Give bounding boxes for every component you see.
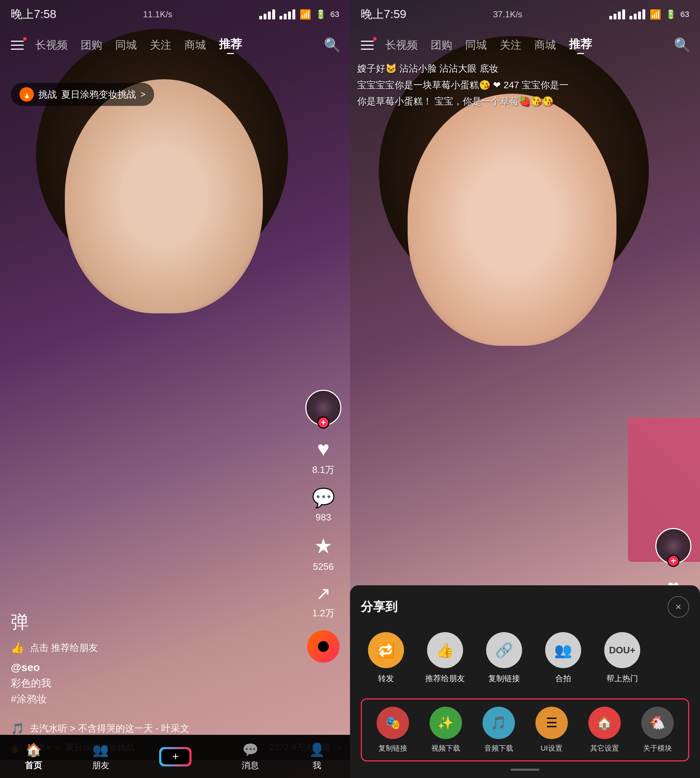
right-status-bar: 晚上7:59 37.1K/s 📶 🔋 63 xyxy=(350,0,700,29)
battery-icon: 🔋 xyxy=(315,9,326,20)
copy-link-icon-circle: 🔗 xyxy=(486,632,522,668)
left-face xyxy=(65,79,263,313)
chat-line-2: 宝宝宝宝你是一块草莓小蛋糕😘 ❤ 247 宝宝你是一 xyxy=(357,78,693,93)
module-about[interactable]: 🐔 关于模块 xyxy=(634,707,681,753)
menu-line-2 xyxy=(11,45,24,46)
share-hot[interactable]: DOU+ 帮上热门 xyxy=(597,632,647,684)
right-nav-local[interactable]: 同城 xyxy=(459,38,493,53)
signal-icon xyxy=(259,9,275,20)
nav-group-buy[interactable]: 团购 xyxy=(74,38,109,53)
right-nav-follow[interactable]: 关注 xyxy=(493,38,528,53)
recommend-friend-label: 推荐给朋友 xyxy=(425,673,465,684)
nav-follow[interactable]: 关注 xyxy=(143,38,178,53)
share-repost[interactable]: 🔁 转发 xyxy=(361,632,411,684)
module-ui-settings-icon: ☰ xyxy=(535,707,568,739)
right-nav-long-video[interactable]: 长视频 xyxy=(379,38,424,53)
challenge-badge[interactable]: 🔥 挑战 夏日涂鸦变妆挑战 > xyxy=(11,83,154,106)
nav-recommend[interactable]: 推荐 xyxy=(212,37,248,54)
right-nav-group-buy[interactable]: 团购 xyxy=(424,38,459,53)
share-copy-link[interactable]: 🔗 复制链接 xyxy=(479,632,529,684)
module-row: 🎭 复制链接 ✨ 视频下载 🎵 音频下载 ☰ UI设置 🏠 其它设置 🐔 关 xyxy=(361,698,689,761)
right-nav-search-icon[interactable]: 🔍 xyxy=(671,34,693,56)
nav-long-video[interactable]: 长视频 xyxy=(29,38,74,53)
music-disc[interactable] xyxy=(307,630,340,663)
nav-search-icon[interactable]: 🔍 xyxy=(321,34,343,56)
video-desc: 彩色的我 xyxy=(11,676,296,690)
share-recommend[interactable]: 👍 推荐给朋友 xyxy=(420,632,470,684)
nav-local[interactable]: 同城 xyxy=(109,38,143,53)
module-other-settings[interactable]: 🏠 其它设置 xyxy=(581,707,628,753)
right-menu-icon[interactable] xyxy=(357,34,379,56)
share-duet[interactable]: 👥 合拍 xyxy=(538,632,588,684)
music-note-icon: 🎵 xyxy=(11,722,24,735)
share-count: 1.2万 xyxy=(312,607,335,619)
nav-home[interactable]: 🏠 首页 xyxy=(25,742,42,771)
username[interactable]: @seo xyxy=(11,661,296,674)
comment-count: 983 xyxy=(315,512,331,523)
video-tag[interactable]: #涂鸦妆 xyxy=(11,692,296,706)
left-nav-bar: 长视频 团购 同城 关注 商城 推荐 🔍 xyxy=(0,29,350,61)
nav-profile[interactable]: 👤 我 xyxy=(309,742,325,771)
module-ui-settings[interactable]: ☰ UI设置 xyxy=(528,707,575,753)
challenge-title: 夏日涂鸦变妆挑战 xyxy=(61,88,136,101)
duet-icon-circle: 👥 xyxy=(545,632,581,668)
module-about-label: 关于模块 xyxy=(643,743,672,753)
share-close-button[interactable]: × xyxy=(668,596,689,618)
right-nav-recommend[interactable]: 推荐 xyxy=(562,37,598,54)
left-status-icons: 📶 🔋 63 xyxy=(259,9,339,20)
right-status-icons: 📶 🔋 63 xyxy=(609,9,689,20)
hot-promo-label: 帮上热门 xyxy=(607,673,638,684)
right-nav-bar: 长视频 团购 同城 关注 商城 推荐 🔍 xyxy=(350,29,700,61)
nav-friends[interactable]: 👥 朋友 xyxy=(92,742,110,771)
left-video-panel: 晚上7:58 11.1K/s 📶 🔋 63 xyxy=(0,0,350,778)
right-battery-level: 63 xyxy=(680,10,689,19)
left-menu-icon[interactable] xyxy=(7,34,29,56)
nav-friends-label: 朋友 xyxy=(92,760,110,771)
chat-overlay: 嫂子好🐱 沾沾小脸 沾沾大眼 底妆 宝宝宝宝你是一块草莓小蛋糕😘 ❤ 247 宝… xyxy=(350,61,700,110)
repost-icon-circle: 🔁 xyxy=(368,632,404,668)
music-bar[interactable]: 🎵 去汽水听 > 不含得哭的这一天 - 叶采文 xyxy=(11,722,339,735)
right-menu-line-3 xyxy=(361,48,374,50)
favorite-button[interactable]: ★ 5256 xyxy=(313,534,334,572)
module-ui-settings-label: UI设置 xyxy=(541,743,562,753)
challenge-icon: 🔥 xyxy=(20,87,34,102)
nav-messages-label: 消息 xyxy=(242,760,259,771)
module-copy-link-icon: 🎭 xyxy=(377,707,409,739)
chat-line-1: 嫂子好🐱 沾沾小脸 沾沾大眼 底妆 xyxy=(357,61,693,76)
module-about-icon: 🐔 xyxy=(641,707,674,739)
module-copy-link[interactable]: 🎭 复制链接 xyxy=(370,707,416,753)
right-signal-icon2 xyxy=(630,9,645,20)
right-wifi-icon: 📶 xyxy=(650,9,661,20)
nav-profile-label: 我 xyxy=(313,760,321,771)
right-menu-line-1 xyxy=(361,41,374,42)
add-btn[interactable]: + xyxy=(159,747,192,766)
hot-icon-circle: DOU+ xyxy=(604,632,640,668)
copy-link-label: 复制链接 xyxy=(488,673,520,684)
menu-notification-dot xyxy=(23,37,27,41)
nav-shop[interactable]: 商城 xyxy=(178,38,212,53)
right-nav-shop[interactable]: 商城 xyxy=(528,38,562,53)
module-copy-link-label: 复制链接 xyxy=(378,743,407,753)
nav-home-label: 首页 xyxy=(25,760,42,771)
left-creator-avatar[interactable]: + xyxy=(305,390,342,426)
module-video-download[interactable]: ✨ 视频下载 xyxy=(422,707,469,753)
recommend-icon-circle: 👍 xyxy=(427,632,463,668)
module-video-download-label: 视频下载 xyxy=(432,743,460,753)
comment-button[interactable]: 💬 983 xyxy=(312,487,335,523)
module-audio-download[interactable]: 🎵 音频下载 xyxy=(475,707,522,753)
share-button[interactable]: ↗ 1.2万 xyxy=(312,583,335,619)
nav-add[interactable]: + xyxy=(159,747,192,766)
right-signal-icon xyxy=(609,9,625,20)
recommend-bar[interactable]: 👍 点击 推荐给朋友 xyxy=(11,641,296,654)
follow-plus-icon: + xyxy=(317,416,330,429)
left-status-speed: 11.1K/s xyxy=(143,9,172,20)
nav-messages[interactable]: 💬 消息 xyxy=(242,742,259,771)
repost-label: 转发 xyxy=(378,673,394,684)
menu-line-1 xyxy=(11,41,24,42)
like-button[interactable]: ♥ 8.1万 xyxy=(312,437,335,476)
right-creator-avatar[interactable]: + xyxy=(655,528,692,564)
left-side-actions: + ♥ 8.1万 💬 983 ★ 5256 ↗ 1.2万 xyxy=(305,390,342,663)
signal-icon2 xyxy=(280,9,295,20)
right-menu-line-2 xyxy=(361,45,374,46)
right-battery-icon: 🔋 xyxy=(665,9,676,20)
